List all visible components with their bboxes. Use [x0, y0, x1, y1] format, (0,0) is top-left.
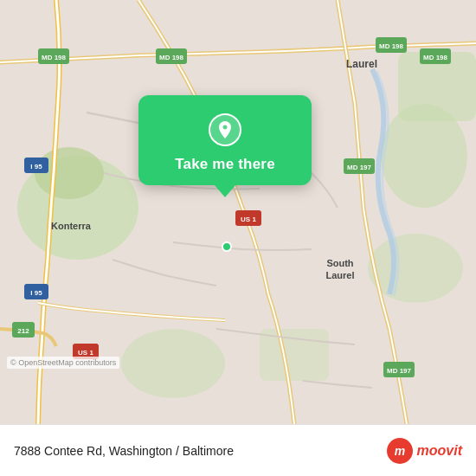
address-label: 7888 Contee Rd, Washington / Baltimore	[14, 444, 234, 458]
svg-text:South: South	[326, 258, 353, 268]
svg-text:Laurel: Laurel	[325, 270, 354, 280]
svg-text:I 95: I 95	[30, 289, 42, 297]
moovit-brand-label: moovit	[417, 443, 462, 459]
svg-point-6	[121, 329, 225, 398]
svg-text:MD 197: MD 197	[387, 367, 412, 375]
moovit-logo: m moovit	[386, 437, 462, 465]
svg-text:I 95: I 95	[30, 163, 42, 170]
svg-rect-7	[260, 329, 329, 381]
location-pin-icon	[206, 111, 244, 149]
svg-point-5	[368, 234, 463, 303]
svg-text:MD 198: MD 198	[379, 42, 404, 50]
svg-point-34	[222, 242, 231, 251]
svg-text:212: 212	[17, 327, 29, 335]
svg-point-4	[381, 104, 467, 208]
svg-text:MD 198: MD 198	[423, 54, 448, 61]
svg-text:MD 198: MD 198	[42, 54, 67, 61]
svg-text:US 1: US 1	[78, 349, 93, 357]
popup-card[interactable]: Take me there	[138, 95, 312, 185]
svg-text:US 1: US 1	[241, 215, 256, 223]
moovit-icon: m	[386, 437, 414, 465]
svg-text:Konterra: Konterra	[51, 221, 92, 231]
svg-text:MD 198: MD 198	[159, 54, 184, 61]
take-me-there-button[interactable]: Take me there	[175, 156, 275, 173]
svg-text:Laurel: Laurel	[346, 58, 377, 70]
svg-text:MD 197: MD 197	[347, 164, 372, 171]
svg-text:m: m	[394, 444, 404, 458]
bottom-bar: 7888 Contee Rd, Washington / Baltimore m…	[0, 424, 476, 476]
copyright-text: © OpenStreetMap contributors	[7, 357, 119, 369]
map-container: MD 198 MD 198 MD 198 MD 198 I 95 I 95 US…	[0, 0, 476, 424]
